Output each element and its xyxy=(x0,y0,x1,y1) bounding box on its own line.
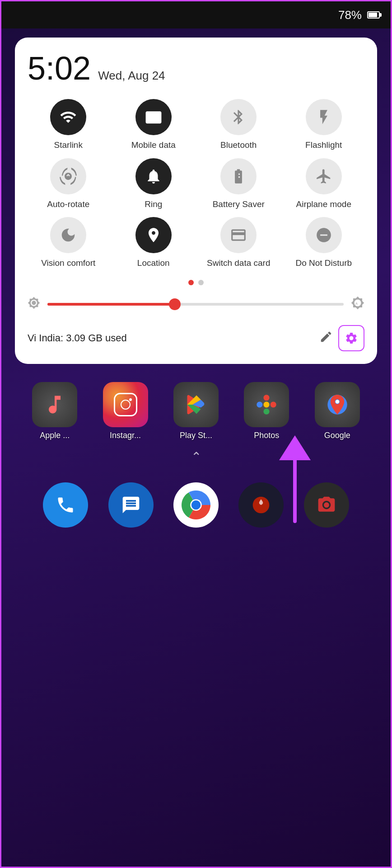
location-icon xyxy=(135,217,172,253)
instagram-label: Instagr... xyxy=(110,431,141,440)
apple-music-icon xyxy=(32,382,77,427)
brightness-low-icon xyxy=(28,297,40,312)
tile-location[interactable]: Location xyxy=(113,217,195,269)
svg-point-2 xyxy=(335,400,339,404)
page-dots xyxy=(28,280,364,285)
google-maps-icon xyxy=(315,382,360,427)
battery-saver-label: Battery Saver xyxy=(213,199,265,210)
up-arrow-icon[interactable]: ⌃ xyxy=(191,449,201,464)
dock-camera[interactable] xyxy=(304,482,349,528)
tiles-grid: Starlink Mobile data Bluetooth xyxy=(28,99,364,269)
data-usage-row: Vi India: 3.09 GB used xyxy=(28,325,364,351)
app-instagram[interactable]: Instagr... xyxy=(103,382,148,440)
switch-data-card-label: Switch data card xyxy=(207,258,270,269)
starlink-label: Starlink xyxy=(54,140,83,151)
quick-settings-panel: 5:02 Wed, Aug 24 Starlink Mobile data xyxy=(15,38,377,364)
data-icons xyxy=(319,325,364,351)
status-bar: 78% xyxy=(1,1,391,28)
up-arrow-row: ⌃ xyxy=(19,449,373,464)
app-photos[interactable]: Photos xyxy=(244,382,289,440)
vision-comfort-label: Vision comfort xyxy=(41,258,95,269)
brightness-auto-icon: A xyxy=(351,296,364,312)
tile-switch-data-card[interactable]: Switch data card xyxy=(198,217,280,269)
tile-auto-rotate[interactable]: Auto-rotate xyxy=(28,158,109,210)
ring-label: Ring xyxy=(145,199,162,210)
status-bar-right: 78% xyxy=(338,8,380,22)
google-maps-label: Google xyxy=(324,431,350,440)
flashlight-icon xyxy=(306,99,342,135)
photos-icon xyxy=(244,382,289,427)
vision-comfort-icon xyxy=(50,217,86,253)
airplane-mode-icon xyxy=(306,158,342,194)
brightness-row: A xyxy=(28,296,364,312)
bluetooth-icon xyxy=(220,99,257,135)
brightness-thumb[interactable] xyxy=(169,298,181,310)
page-dot-2[interactable] xyxy=(198,280,204,285)
auto-rotate-label: Auto-rotate xyxy=(47,199,89,210)
page-dot-1[interactable] xyxy=(188,280,194,285)
settings-button[interactable] xyxy=(338,325,364,351)
data-usage-text: Vi India: 3.09 GB used xyxy=(28,332,127,344)
app-apple-music[interactable]: Apple ... xyxy=(32,382,77,440)
location-label: Location xyxy=(137,258,170,269)
tile-flashlight[interactable]: Flashlight xyxy=(283,99,365,151)
dock xyxy=(19,473,373,537)
do-not-disturb-icon xyxy=(306,217,342,253)
dock-phone[interactable] xyxy=(43,482,88,528)
svg-text:A: A xyxy=(355,302,358,306)
mobile-data-label: Mobile data xyxy=(131,140,176,151)
brightness-fill xyxy=(47,303,175,306)
date-display: Wed, Aug 24 xyxy=(98,69,165,83)
app-row: Apple ... Instagr... Play xyxy=(19,382,373,440)
do-not-disturb-label: Do Not Disturb xyxy=(295,258,352,269)
apple-music-label: Apple ... xyxy=(40,431,70,440)
dock-pixel[interactable] xyxy=(238,482,284,528)
tile-bluetooth[interactable]: Bluetooth xyxy=(198,99,280,151)
tile-airplane-mode[interactable]: Airplane mode xyxy=(283,158,365,210)
play-store-label: Play St... xyxy=(180,431,212,440)
brightness-slider[interactable] xyxy=(47,303,344,306)
instagram-icon xyxy=(103,382,148,427)
bluetooth-label: Bluetooth xyxy=(220,140,257,151)
flashlight-label: Flashlight xyxy=(305,140,342,151)
time-display: 5:02 xyxy=(28,52,91,85)
home-screen: Apple ... Instagr... Play xyxy=(1,373,391,546)
photos-label: Photos xyxy=(254,431,279,440)
instagram-inner-icon xyxy=(114,393,137,416)
tile-mobile-data[interactable]: Mobile data xyxy=(113,99,195,151)
time-section: 5:02 Wed, Aug 24 xyxy=(28,52,364,85)
dock-messages[interactable] xyxy=(108,482,154,528)
auto-rotate-icon xyxy=(50,158,86,194)
starlink-icon xyxy=(50,99,86,135)
tile-starlink[interactable]: Starlink xyxy=(28,99,109,151)
play-store-icon xyxy=(173,382,219,427)
edit-button[interactable] xyxy=(319,330,333,347)
tile-do-not-disturb[interactable]: Do Not Disturb xyxy=(283,217,365,269)
battery-saver-icon xyxy=(220,158,257,194)
ring-icon xyxy=(135,158,172,194)
battery-percentage: 78% xyxy=(338,8,362,22)
app-play-store[interactable]: Play St... xyxy=(173,382,219,440)
battery-icon xyxy=(367,11,380,19)
airplane-mode-label: Airplane mode xyxy=(296,199,351,210)
tile-vision-comfort[interactable]: Vision comfort xyxy=(28,217,109,269)
dock-chrome[interactable] xyxy=(173,482,219,528)
tile-ring[interactable]: Ring xyxy=(113,158,195,210)
switch-data-card-icon xyxy=(220,217,257,253)
app-google-maps[interactable]: Google xyxy=(315,382,360,440)
mobile-data-icon xyxy=(135,99,172,135)
tile-battery-saver[interactable]: Battery Saver xyxy=(198,158,280,210)
svg-point-5 xyxy=(191,500,201,509)
